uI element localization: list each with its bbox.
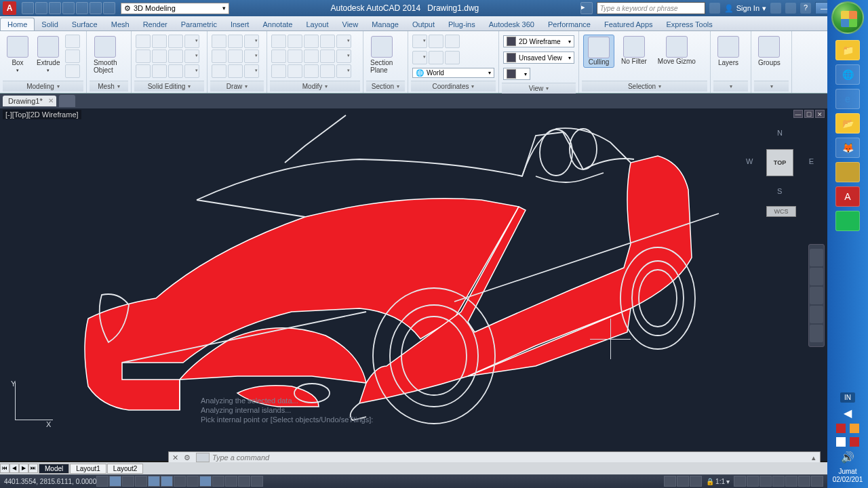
language-indicator[interactable]: IN bbox=[840, 392, 855, 403]
thicken-icon[interactable] bbox=[152, 49, 167, 63]
panel-label-selection[interactable]: Selection bbox=[582, 81, 707, 92]
fillet-icon[interactable] bbox=[304, 49, 319, 63]
stretch-icon[interactable] bbox=[271, 64, 286, 78]
ucs-world-icon[interactable] bbox=[412, 51, 427, 64]
help-icon[interactable]: ? bbox=[800, 3, 811, 14]
hardware-accel-icon[interactable] bbox=[785, 476, 797, 487]
viewcube-west[interactable]: W bbox=[746, 157, 753, 165]
ucs-view-icon[interactable] bbox=[445, 51, 460, 64]
helix-icon[interactable] bbox=[244, 64, 259, 78]
tab-home[interactable]: Home bbox=[0, 18, 35, 30]
full-nav-wheel-icon[interactable] bbox=[810, 249, 823, 266]
viewcube-east[interactable]: E bbox=[809, 157, 814, 165]
stay-connected-icon[interactable] bbox=[785, 3, 796, 14]
task-firefox-icon[interactable]: 🦊 bbox=[835, 138, 860, 158]
panel-label-section[interactable]: Section bbox=[366, 81, 405, 92]
anno-visibility-icon[interactable] bbox=[734, 476, 746, 487]
dyn-icon[interactable] bbox=[199, 476, 212, 487]
showmotion-icon[interactable] bbox=[810, 325, 823, 342]
spline-icon[interactable] bbox=[212, 64, 226, 78]
layout-tab-model[interactable]: Model bbox=[39, 464, 69, 474]
tab-autodesk360[interactable]: Autodesk 360 bbox=[482, 18, 541, 30]
qat-plot-icon[interactable] bbox=[76, 2, 88, 14]
subtract-icon[interactable] bbox=[152, 35, 167, 48]
exchange-icon[interactable] bbox=[770, 3, 781, 14]
drawing-viewport[interactable]: [-][Top][2D Wireframe] — ☐ ✕ bbox=[0, 108, 827, 461]
taskbar-clock[interactable]: Jumat 02/02/201 bbox=[833, 468, 863, 484]
polar-icon[interactable] bbox=[135, 476, 147, 487]
cmd-options-icon[interactable]: ⚙ bbox=[181, 453, 193, 462]
cmd-recent-icon[interactable]: ▴ bbox=[808, 453, 820, 462]
layout-first-icon[interactable]: ⏮ bbox=[0, 464, 9, 473]
quick-view-layouts-icon[interactable] bbox=[677, 476, 689, 487]
sweep-icon[interactable] bbox=[65, 64, 80, 78]
rotate-icon[interactable] bbox=[288, 35, 302, 48]
tray-volume-icon[interactable]: 🔊 bbox=[841, 451, 854, 464]
view-nav-combo[interactable] bbox=[503, 68, 530, 80]
array-icon[interactable] bbox=[336, 49, 351, 63]
revolve-icon[interactable] bbox=[65, 35, 80, 48]
layout-tab-2[interactable]: Layout2 bbox=[107, 464, 144, 474]
scale-icon[interactable] bbox=[288, 64, 302, 78]
imprint-icon[interactable] bbox=[168, 49, 183, 63]
ellipse-icon[interactable] bbox=[228, 64, 243, 78]
move-icon[interactable] bbox=[271, 35, 286, 48]
mirror-icon[interactable] bbox=[288, 49, 302, 63]
offset-icon[interactable] bbox=[320, 49, 335, 63]
panel-label-modeling[interactable]: Modeling bbox=[3, 81, 83, 92]
layers-button[interactable]: Layers bbox=[715, 35, 742, 68]
tab-layout[interactable]: Layout bbox=[299, 18, 335, 30]
polygon-icon[interactable] bbox=[244, 49, 259, 63]
culling-button[interactable]: Culling bbox=[583, 35, 614, 68]
otrack-icon[interactable] bbox=[174, 476, 186, 487]
shell-icon[interactable] bbox=[136, 64, 151, 78]
view-combo[interactable]: Unsaved View bbox=[503, 52, 574, 64]
tray-expand-icon[interactable]: ◀ bbox=[844, 407, 852, 420]
clean-screen-icon[interactable] bbox=[811, 476, 823, 487]
tab-render[interactable]: Render bbox=[136, 18, 174, 30]
circle-icon[interactable] bbox=[244, 35, 259, 48]
sc-icon[interactable] bbox=[251, 476, 263, 487]
workspace-selector[interactable]: ⚙ 3D Modeling bbox=[121, 3, 229, 14]
signin-button[interactable]: 👤 Sign In ▾ bbox=[724, 4, 766, 13]
tab-mesh[interactable]: Mesh bbox=[104, 18, 136, 30]
panel-label-groups[interactable] bbox=[754, 81, 789, 92]
lwt-icon[interactable] bbox=[212, 476, 224, 487]
new-tab-button[interactable] bbox=[59, 95, 75, 107]
panel-label-modify[interactable]: Modify bbox=[270, 81, 360, 92]
arc-icon[interactable] bbox=[212, 49, 226, 63]
isolate-icon[interactable] bbox=[798, 476, 810, 487]
trim-icon[interactable] bbox=[304, 35, 319, 48]
layout-next-icon[interactable]: ▶ bbox=[19, 464, 28, 473]
qat-saveas-icon[interactable] bbox=[62, 2, 75, 14]
slice-icon[interactable] bbox=[136, 49, 151, 63]
anno-autoscale-icon[interactable] bbox=[747, 476, 759, 487]
erase-icon[interactable] bbox=[320, 35, 335, 48]
grid-icon[interactable] bbox=[109, 476, 121, 487]
layout-prev-icon[interactable]: ◀ bbox=[9, 464, 19, 473]
tray-app-icon[interactable] bbox=[850, 437, 859, 447]
viewcube-top-face[interactable]: TOP bbox=[766, 149, 793, 176]
ducs-icon[interactable] bbox=[186, 476, 199, 487]
qat-redo-icon[interactable] bbox=[103, 2, 115, 14]
panel-label-draw[interactable]: Draw bbox=[210, 81, 264, 92]
loft-icon[interactable] bbox=[65, 49, 80, 63]
ucs-combo[interactable]: 🌐World bbox=[412, 68, 494, 78]
toolbar-lock-icon[interactable] bbox=[772, 476, 785, 487]
app-icon[interactable]: A bbox=[3, 1, 16, 15]
ucs-icon-btn[interactable] bbox=[412, 35, 427, 48]
align-icon[interactable] bbox=[304, 64, 319, 78]
model-space-icon[interactable] bbox=[664, 476, 676, 487]
workspace-switching-icon[interactable] bbox=[760, 476, 772, 487]
tray-flag-icon[interactable] bbox=[836, 424, 846, 433]
task-spotify-icon[interactable] bbox=[835, 211, 860, 231]
help-search-input[interactable]: Type a keyword or phrase bbox=[597, 2, 705, 14]
qat-save-icon[interactable] bbox=[49, 2, 61, 14]
pan-icon[interactable] bbox=[810, 268, 823, 285]
tab-solid[interactable]: Solid bbox=[35, 18, 64, 30]
osnap-icon[interactable] bbox=[148, 476, 160, 487]
3drotate-icon[interactable] bbox=[336, 64, 351, 78]
qp-icon[interactable] bbox=[238, 476, 250, 487]
task-explorer-icon[interactable]: 📁 bbox=[835, 40, 860, 60]
task-chrome-icon[interactable]: 🌐 bbox=[835, 64, 860, 85]
